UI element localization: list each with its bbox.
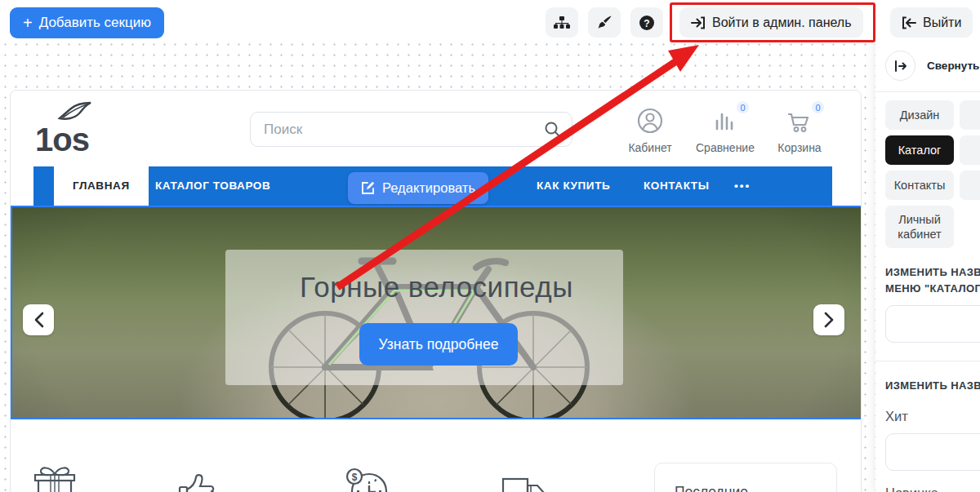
hit-name-input[interactable] [885, 433, 980, 471]
question-mark-icon: ? [639, 15, 655, 31]
site-preview: 1os Кабинет 0 [10, 90, 862, 492]
tab-os[interactable]: ОС [960, 171, 980, 200]
feature-delivery: Удобная и [501, 464, 568, 492]
pencil-icon [361, 181, 375, 195]
cart-label: Корзина [765, 141, 834, 154]
latest-updates-label: Последние обновления [675, 481, 817, 492]
logout-button[interactable]: Выйти [890, 7, 973, 38]
truck-icon [501, 464, 568, 492]
rename-catalog-menu-heading: ИЗМЕНИТЬ НАЗВ МЕНЮ "КАТАЛОГ [885, 264, 980, 296]
compare-label: Сравнение [691, 141, 760, 154]
account-compare[interactable]: 0 Сравнение [691, 107, 760, 154]
site-logo[interactable]: 1os [35, 104, 100, 156]
collapse-label: Свернуть [927, 60, 979, 72]
hero-cta-button[interactable]: Узнать подробнее [359, 323, 518, 366]
cart-icon: 0 [785, 107, 814, 135]
editor-stage: + Добавить секцию ? [0, 0, 980, 492]
add-section-label: Добавить секцию [39, 15, 151, 31]
logo-text: 1os [35, 123, 89, 156]
editor-canvas: 1os Кабинет 0 [0, 39, 980, 492]
cart-count-badge: 0 [810, 100, 826, 115]
leaf-icon [56, 100, 96, 122]
edit-section-label: Редактировать [382, 180, 475, 196]
compare-bars-icon: 0 [711, 107, 739, 135]
tab-design[interactable]: Дизайн [885, 100, 954, 130]
catalog-menu-name-input[interactable] [885, 305, 980, 343]
feature-all-goods: Весь товар [176, 464, 250, 492]
sidebar-divider [875, 91, 980, 92]
latest-updates-card[interactable]: Последние обновления [654, 463, 837, 492]
nav-item-contacts[interactable]: КОНТАКТЫ [644, 166, 709, 206]
hit-label: Хит [885, 409, 980, 424]
sitemap-button[interactable] [546, 7, 578, 38]
search-icon[interactable] [544, 121, 561, 138]
toolbar-icon-group: ? [546, 7, 663, 38]
plus-icon: + [23, 15, 33, 31]
hero-slide[interactable]: Горные велосипеды Узнать подробнее [11, 206, 862, 419]
collapse-sidebar-button[interactable] [885, 51, 915, 81]
editor-toolbar: + Добавить секцию ? [0, 0, 980, 41]
hero-title: Горные велосипеды [12, 271, 861, 304]
search-wrap [250, 112, 572, 147]
tab-catalog[interactable]: Каталог [885, 135, 954, 165]
paintbrush-icon [597, 15, 612, 30]
compare-count-badge: 0 [735, 100, 751, 115]
carousel-next-button[interactable] [813, 304, 844, 335]
login-icon [691, 16, 706, 29]
logout-icon [902, 16, 916, 29]
rename-labels-heading: ИЗМЕНИТЬ НАЗВ [885, 378, 980, 394]
feature-exchange: $ 30 дней на обмен [344, 464, 461, 492]
user-icon [636, 107, 664, 135]
theme-brush-button[interactable] [588, 7, 621, 38]
sidebar-tabs: Дизайн Гла Каталог Ко Контакты ОС Личный… [885, 100, 980, 248]
account-cabinet[interactable]: Кабинет [616, 107, 684, 154]
collapse-row: Свернуть [885, 51, 980, 81]
logout-label: Выйти [923, 16, 961, 30]
sidebar-divider-2 [875, 361, 980, 361]
new-label: Новинка [885, 485, 980, 492]
nav-item-more[interactable]: ••• [734, 166, 751, 206]
tab-personal-cabinet[interactable]: Личный кабинет [885, 206, 954, 248]
feature-gift: Подарочные [32, 464, 115, 492]
nav-item-home[interactable]: ГЛАВНАЯ [54, 166, 149, 206]
help-button[interactable]: ? [630, 7, 663, 38]
gift-icon [32, 464, 115, 492]
carousel-prev-button[interactable] [23, 304, 54, 335]
search-input[interactable] [250, 112, 572, 147]
add-section-button[interactable]: + Добавить секцию [10, 7, 164, 38]
account-cart[interactable]: 0 Корзина [765, 107, 834, 154]
nav-item-how-to-buy[interactable]: КАК КУПИТЬ [537, 166, 610, 206]
site-header: 1os Кабинет 0 [11, 91, 861, 166]
settings-sidebar: Свернуть Дизайн Гла Каталог Ко Контакты … [875, 39, 980, 492]
admin-panel-login-label: Войти в админ. панель [712, 16, 852, 30]
clock-dollar-icon: $ [344, 464, 461, 492]
thumbs-up-icon [176, 464, 250, 492]
cabinet-label: Кабинет [616, 141, 684, 154]
sitemap-icon [554, 16, 570, 30]
tab-main[interactable]: Гла [960, 100, 980, 130]
collapse-arrow-icon [894, 60, 907, 72]
edit-section-button[interactable]: Редактировать [348, 172, 488, 204]
tab-contacts[interactable]: Контакты [885, 171, 954, 200]
nav-item-catalog[interactable]: КАТАЛОГ ТОВАРОВ [155, 166, 270, 206]
svg-text:?: ? [644, 17, 649, 29]
admin-panel-login-button[interactable]: Войти в админ. панель [679, 7, 863, 38]
svg-text:$: $ [352, 472, 358, 483]
tab-ko[interactable]: Ко [960, 135, 980, 165]
